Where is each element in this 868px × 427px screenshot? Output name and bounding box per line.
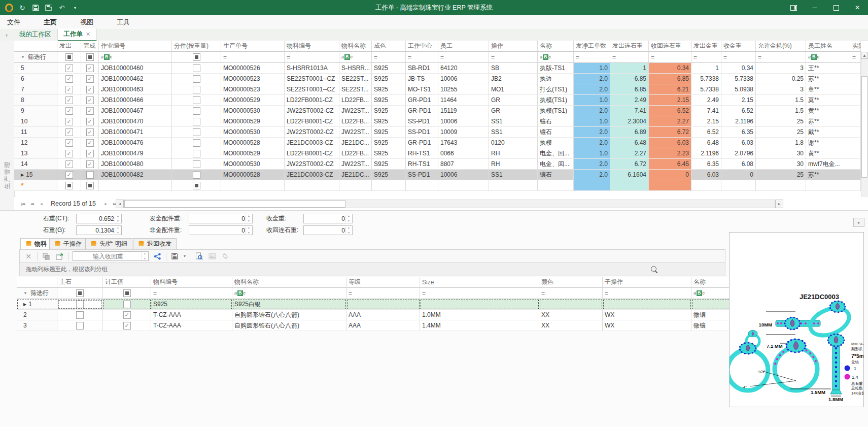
cell-wc[interactable]: SS-PD1 xyxy=(406,127,438,138)
cell-allow_loss[interactable]: 3 xyxy=(756,84,806,95)
cell-mo[interactable]: MO00000529 xyxy=(221,116,285,127)
cell-emp_name[interactable]: 莫** xyxy=(806,95,850,106)
scroll-up-button[interactable]: ▲ xyxy=(861,52,868,59)
save-layout-small-icon[interactable] xyxy=(170,252,180,261)
cell-op[interactable]: RH xyxy=(489,148,538,159)
checkbox[interactable] xyxy=(65,118,73,125)
new-row-cell-net_orders[interactable] xyxy=(574,180,610,191)
cell-allow_loss[interactable]: 25 xyxy=(756,127,806,138)
cell-actual[interactable] xyxy=(850,170,861,180)
filter-cell-done[interactable] xyxy=(81,52,99,63)
new-row-cell-wc[interactable] xyxy=(406,180,438,191)
cell-name[interactable]: 打么(TS1) xyxy=(538,84,574,95)
filter-cell-main_stone[interactable] xyxy=(57,288,103,299)
cell-allow_loss[interactable]: 0.25 xyxy=(756,74,806,84)
cell-purity[interactable]: S925 xyxy=(372,159,406,170)
equals-filter-icon[interactable]: = xyxy=(758,54,761,61)
table-row[interactable]: 10JOB100000470MO00000529LD22FB0001-CZLD2… xyxy=(14,116,861,127)
row-header[interactable]: 12 xyxy=(14,138,57,148)
cell-purity[interactable]: S925 xyxy=(372,170,406,180)
table-row[interactable]: 12JOB100000476MO00000528JE21DC0003-CZJE2… xyxy=(14,138,861,148)
cell-recv_gold[interactable]: 5.7338 xyxy=(721,74,756,84)
filter-cell-emp[interactable]: = xyxy=(438,52,489,63)
cell-done[interactable] xyxy=(81,95,99,106)
cell-emp_name[interactable]: 戴** xyxy=(806,127,850,138)
filter-cell-wc[interactable]: = xyxy=(406,52,438,63)
checkbox[interactable] xyxy=(86,53,94,61)
cell-work_val[interactable] xyxy=(103,320,151,331)
cell-mat_name[interactable]: SE22ST... xyxy=(339,84,372,95)
filter-cell-send[interactable] xyxy=(57,52,81,63)
cell-name[interactable]: 执模(TS1) xyxy=(538,106,574,116)
checkbox[interactable] xyxy=(123,301,131,308)
filter-cell-color[interactable]: = xyxy=(539,288,603,299)
cell-done[interactable] xyxy=(81,116,99,127)
cell-send[interactable] xyxy=(57,84,81,95)
cell-send[interactable] xyxy=(57,106,81,116)
column-header-sub_op[interactable]: 子操作 xyxy=(603,277,691,288)
cell-send[interactable] xyxy=(57,148,81,159)
cell-emp[interactable]: 11464 xyxy=(438,95,489,106)
cell-net_orders[interactable]: 2.0 xyxy=(574,170,610,180)
new-row-cell-send[interactable] xyxy=(57,180,81,191)
row-header[interactable]: 2 xyxy=(17,310,57,320)
cell-allow_loss[interactable]: 1.5 xyxy=(756,95,806,106)
equals-filter-icon[interactable]: = xyxy=(223,54,227,61)
cell-wc[interactable]: GR-PD1 xyxy=(406,138,438,148)
cell-actual[interactable] xyxy=(850,116,861,127)
row-header[interactable]: 7 xyxy=(14,84,57,95)
cell-op[interactable]: GR xyxy=(489,106,538,116)
new-row[interactable]: * xyxy=(14,180,861,191)
table-row[interactable]: 7JOB100000463MO00000523SE22ST0001--CZSE2… xyxy=(14,84,861,95)
cell-allow_loss[interactable]: 25 xyxy=(756,170,806,180)
filter-cell-net_orders[interactable]: = xyxy=(574,52,610,63)
checkbox[interactable] xyxy=(86,107,94,115)
cell-send[interactable] xyxy=(57,159,81,170)
module-label-production[interactable]: 生产管理 xyxy=(3,156,12,194)
new-row-cell-emp_name[interactable] xyxy=(806,180,850,191)
cell-name[interactable]: 执版-TS1 xyxy=(538,63,574,74)
cell-job[interactable]: JOB100000480 xyxy=(99,159,172,170)
row-header[interactable]: 9 xyxy=(14,106,57,116)
menu-tools[interactable]: 工具 xyxy=(110,15,137,29)
row-header[interactable]: 3 xyxy=(17,320,57,331)
cell-main_stone[interactable] xyxy=(57,299,103,310)
cell-purity[interactable]: S925 xyxy=(372,74,406,84)
menu-file[interactable]: 文件 xyxy=(0,15,27,29)
filter-row[interactable]: ▼筛选行=aBc====aBc xyxy=(17,288,757,299)
cell-mat_name[interactable]: S-HSRR... xyxy=(339,63,372,74)
equals-filter-icon[interactable]: = xyxy=(440,54,444,61)
row-header[interactable]: 13 xyxy=(14,148,57,159)
cell-split[interactable] xyxy=(172,148,221,159)
equals-filter-icon[interactable]: = xyxy=(576,54,579,61)
cell-name[interactable]: 电金、回... xyxy=(538,148,574,159)
checkbox[interactable] xyxy=(65,96,73,104)
cell-mat_code[interactable]: S-HSRR1013A xyxy=(285,63,339,74)
cell-net_orders[interactable]: 1.0 xyxy=(574,148,610,159)
filter-cell-allow_loss[interactable]: = xyxy=(756,52,806,63)
cell-done[interactable] xyxy=(81,170,99,180)
checkbox[interactable] xyxy=(86,118,94,125)
cell-net_orders[interactable]: 1.0 xyxy=(574,116,610,127)
new-row-header[interactable]: * xyxy=(14,180,57,191)
cell-name[interactable]: 自购圆形锆石(八心八箭) xyxy=(232,320,346,331)
table-row[interactable]: ▶1S925S925白银 xyxy=(17,299,757,310)
checkbox[interactable] xyxy=(86,160,94,168)
cell-emp_name[interactable]: 谢** xyxy=(806,138,850,148)
menu-view[interactable]: 视图 xyxy=(73,15,100,29)
cell-split[interactable] xyxy=(172,63,221,74)
column-header-send[interactable]: 发出 xyxy=(57,41,81,52)
cell-emp_name[interactable]: 苏** xyxy=(806,116,850,127)
cell-recv_gold[interactable]: 0.34 xyxy=(721,63,756,74)
checkbox[interactable] xyxy=(193,86,200,93)
cell-net_orders[interactable]: 2.0 xyxy=(574,138,610,148)
cell-grade[interactable]: AAA xyxy=(346,310,420,320)
cell-mat_code[interactable]: LD22FB0001-CZ xyxy=(285,148,339,159)
equals-filter-icon[interactable]: = xyxy=(852,54,856,61)
cell-mat_name[interactable]: JW22ST... xyxy=(339,159,372,170)
checkbox[interactable] xyxy=(65,150,73,157)
cell-mo[interactable]: MO00000530 xyxy=(221,106,285,116)
cell-emp_name[interactable]: 王** xyxy=(806,63,850,74)
text-filter-icon[interactable]: aBc xyxy=(234,290,246,296)
checkbox[interactable] xyxy=(65,160,73,168)
